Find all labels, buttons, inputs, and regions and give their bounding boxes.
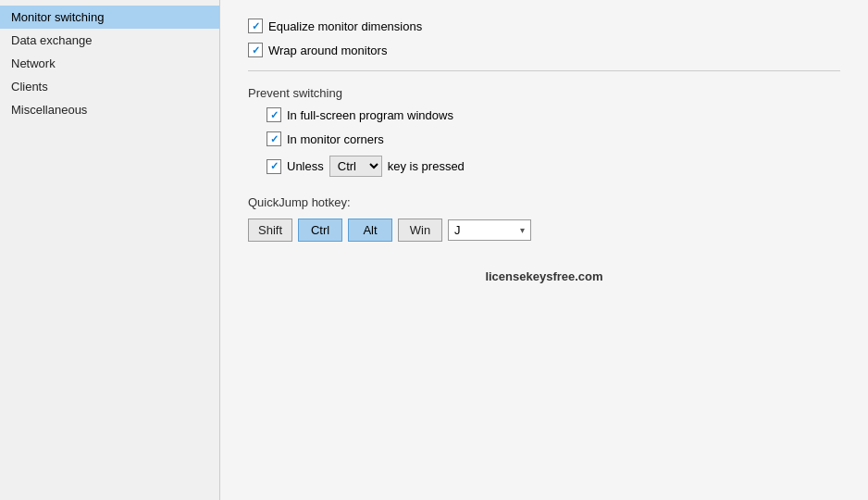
wrap-option-row: Wrap around monitors — [248, 43, 840, 57]
watermark: licensekeysfree.com — [248, 269, 840, 283]
unless-checkbox[interactable] — [267, 159, 281, 174]
ctrl-button[interactable]: Ctrl — [298, 219, 342, 242]
sidebar-item-data-exchange[interactable]: Data exchange — [0, 29, 219, 52]
prevent-label: Prevent switching — [248, 86, 840, 100]
divider — [248, 70, 840, 71]
chevron-down-icon: ▾ — [520, 225, 525, 235]
sidebar: Monitor switching Data exchange Network … — [0, 0, 220, 500]
equalize-label: Equalize monitor dimensions — [268, 19, 422, 33]
shift-button[interactable]: Shift — [248, 219, 292, 242]
fullscreen-checkbox[interactable] — [267, 107, 281, 122]
corners-checkbox[interactable] — [267, 131, 281, 146]
wrap-label: Wrap around monitors — [268, 44, 387, 57]
hotkey-row: Shift Ctrl Alt Win J ▾ — [248, 219, 840, 242]
quickjump-section: QuickJump hotkey: Shift Ctrl Alt Win J ▾ — [248, 195, 840, 242]
equalize-option-row: Equalize monitor dimensions — [248, 19, 840, 33]
corners-option-row: In monitor corners — [267, 131, 840, 146]
quickjump-label: QuickJump hotkey: — [248, 195, 840, 209]
unless-row: Unless Ctrl Alt Shift Win key is pressed — [267, 156, 840, 177]
sidebar-item-miscellaneous[interactable]: Miscellaneous — [0, 98, 219, 121]
fullscreen-label: In full-screen program windows — [287, 108, 453, 122]
sidebar-item-monitor-switching[interactable]: Monitor switching — [0, 6, 219, 29]
prevent-group: In full-screen program windows In monito… — [267, 107, 840, 177]
unless-suffix: key is pressed — [388, 159, 465, 173]
unless-text: Unless — [287, 159, 324, 173]
win-button[interactable]: Win — [398, 219, 442, 242]
key-dropdown[interactable]: J ▾ — [448, 219, 531, 241]
key-value: J — [454, 223, 461, 237]
alt-button[interactable]: Alt — [348, 219, 392, 242]
sidebar-item-network[interactable]: Network — [0, 52, 219, 75]
fullscreen-option-row: In full-screen program windows — [267, 107, 840, 122]
wrap-checkbox[interactable] — [248, 43, 263, 57]
sidebar-item-clients[interactable]: Clients — [0, 75, 219, 98]
equalize-checkbox[interactable] — [248, 19, 263, 33]
unless-key-select[interactable]: Ctrl Alt Shift Win — [329, 156, 382, 177]
corners-label: In monitor corners — [287, 132, 384, 146]
main-content: Equalize monitor dimensions Wrap around … — [220, 0, 868, 500]
